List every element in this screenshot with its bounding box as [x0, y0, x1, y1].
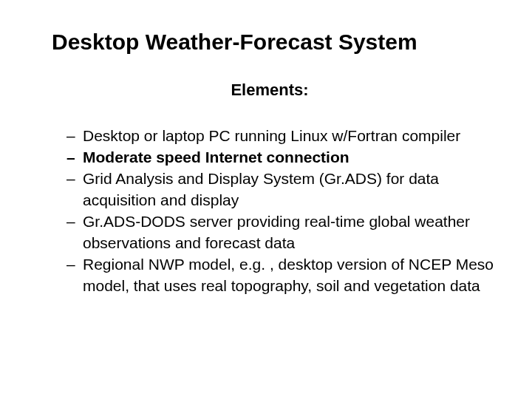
- list-item: Moderate speed Internet connection: [66, 147, 495, 168]
- list-item: Grid Analysis and Display System (Gr.ADS…: [66, 168, 495, 211]
- list-item: Desktop or laptop PC running Linux w/For…: [66, 126, 495, 147]
- slide-title: Desktop Weather-Forecast System: [52, 30, 495, 55]
- list-item: Regional NWP model, e.g. , desktop versi…: [66, 254, 495, 297]
- slide-subtitle: Elements:: [44, 81, 495, 100]
- list-item: Gr.ADS-DODS server providing real-time g…: [66, 211, 495, 254]
- elements-list: Desktop or laptop PC running Linux w/For…: [44, 126, 495, 297]
